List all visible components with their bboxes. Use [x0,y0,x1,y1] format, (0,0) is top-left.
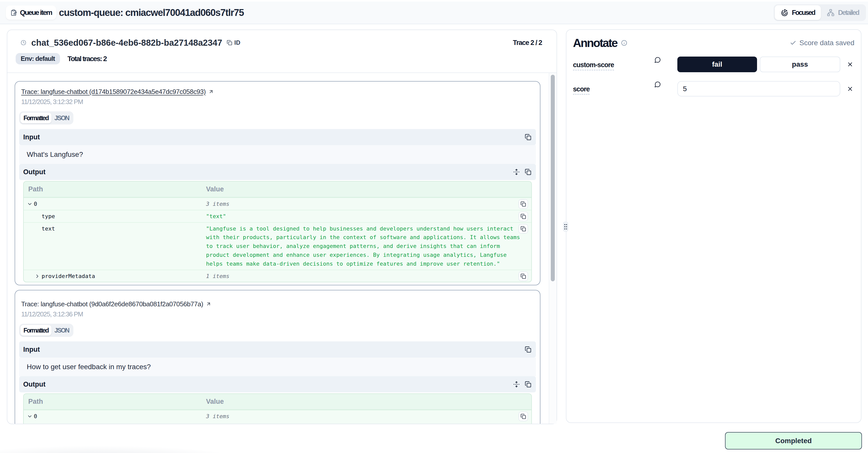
json-key: providerMetadata [41,272,95,281]
queue-item-badge: Queue item [6,5,56,20]
info-icon[interactable] [621,40,627,46]
page-title: custom-queue: cmiacwel70041ad060s7tlr75 [59,7,244,18]
copy-output-button-2[interactable] [525,381,531,388]
trace-timestamp-1: 11/12/2025, 3:12:32 PM [21,97,536,107]
copy-icon [521,214,526,219]
json-value: 3 items [206,198,524,210]
json-row-type[interactable]: type "text" [24,210,531,222]
clipboard-pen-icon [10,9,17,16]
id-label: ID [234,39,240,46]
format-tabs-2: Formatted JSON [19,324,73,337]
goal-icon [781,9,788,17]
score-save-status-label: Score data saved [799,39,855,47]
view-toggle-detailed[interactable]: Detailed [821,5,865,20]
delete-score-icon[interactable] [847,61,854,68]
score-option-fail[interactable]: fail [677,57,757,72]
json-value: 3 items [206,410,524,424]
trace-panel-header: chat_536ed067-b86e-4eb6-882b-ba27148a234… [7,30,557,73]
clock-icon [21,40,26,46]
copy-row-button[interactable] [519,412,528,421]
env-badge: Env: default [16,53,60,64]
scrollbar[interactable] [549,73,557,424]
format-tabs-1: Formatted JSON [19,111,73,124]
copy-row-button[interactable] [519,272,528,281]
total-traces: Total traces: 2 [68,55,107,63]
view-toggle-focused[interactable]: Focused [775,5,821,20]
output-header-1: Output [19,164,536,180]
expand-output-button-2[interactable] [513,381,520,388]
copy-row-button[interactable] [519,211,528,221]
copy-icon [521,414,526,419]
trace-timestamp-2: 11/12/2025, 3:12:36 PM [21,309,536,319]
copy-icon [521,274,526,279]
copy-row-button[interactable] [519,199,528,209]
tab-json-1[interactable]: JSON [52,113,72,123]
json-row-0[interactable]: 0 3 items [24,410,531,424]
check-icon [790,40,796,46]
score-option-pass[interactable]: pass [760,57,840,72]
copy-input-button-2[interactable] [525,346,531,353]
json-row-0[interactable]: 0 3 items [24,197,531,210]
chevron-down-icon[interactable] [27,201,33,207]
trace-scroll-area: Trace: langfuse-chatbot (d174b1589072e43… [7,73,557,424]
json-row-text[interactable]: text "Langfuse is a tool designed to hel… [24,222,531,270]
copy-icon [521,226,526,231]
trace-link-1-label: Trace: langfuse-chatbot (d174b1589072e43… [21,88,206,96]
external-link-icon [206,301,211,307]
item-title: chat_536ed067-b86e-4eb6-882b-ba27148a234… [31,38,222,48]
view-toggle: Focused Detailed [774,4,866,21]
panel-resize-handle[interactable] [563,222,568,231]
trace-link-2[interactable]: Trace: langfuse-chatbot (9d0a6f2e6de8670… [21,299,536,309]
trace-preview-1: Trace: langfuse-chatbot (d174b1589072e43… [14,81,540,285]
view-detailed-label: Detailed [838,9,859,17]
copy-icon [521,201,526,207]
delete-score-icon[interactable] [847,86,854,92]
score-row-custom-score: custom-score fail pass [573,57,855,72]
tab-formatted-1[interactable]: Formatted [21,113,52,123]
offscreen-toast-shadow [0,439,247,453]
input-value-2: How to get user feedback in my traces? [19,358,536,376]
output-json-table-2: Path Value 0 3 items [23,393,532,424]
annotate-panel: Annotate Score data saved custom-score f… [566,29,862,423]
trace-link-1[interactable]: Trace: langfuse-chatbot (d174b1589072e43… [21,87,536,97]
score-row-score: score [573,81,855,96]
copy-input-button-1[interactable] [525,134,531,140]
score-label-custom-score: custom-score [573,61,614,70]
copy-output-button-1[interactable] [525,169,531,175]
json-value: "text" [206,210,524,222]
score-save-status: Score data saved [790,39,855,47]
output-label-2: Output [23,380,45,388]
scrollbar-thumb[interactable] [551,75,555,281]
output-label-1: Output [23,168,45,176]
json-value: "Langfuse is a tool designed to help bus… [206,223,524,270]
copy-id-button[interactable]: ID [227,39,240,46]
json-key: 0 [34,200,37,208]
annotation-queue-page: Queue item custom-queue: cmiacwel70041ad… [0,0,868,453]
chevron-right-icon[interactable] [35,274,40,279]
json-key: 0 [34,412,37,421]
annotate-title: Annotate [573,36,617,50]
comment-bubble-icon[interactable] [654,81,661,88]
output-header-2: Output [19,376,536,392]
trace-counter: Trace 2 / 2 [513,39,542,47]
trace-preview-2: Trace: langfuse-chatbot (9d0a6f2e6de8670… [14,290,540,424]
output-json-table-1: Path Value 0 3 items t [23,181,532,282]
expand-output-button-1[interactable] [513,169,520,175]
copy-row-button[interactable] [519,224,528,233]
tab-formatted-2[interactable]: Formatted [21,325,52,336]
chevron-down-icon[interactable] [27,414,33,419]
json-row-providermetadata[interactable]: providerMetadata 1 items [24,270,531,282]
view-focused-label: Focused [792,9,815,17]
col-value-1: Value [206,185,224,194]
page-header: Queue item custom-queue: cmiacwel70041ad… [0,1,868,24]
comment-bubble-icon[interactable] [654,57,661,63]
queue-item-label: Queue item [20,8,52,17]
input-label-1: Input [23,133,40,141]
completed-button[interactable]: Completed [725,432,862,450]
score-value-input[interactable] [677,81,840,96]
col-value-2: Value [206,397,224,406]
input-label-2: Input [23,346,40,353]
external-link-icon [208,89,214,94]
col-path-1: Path [24,185,206,194]
tab-json-2[interactable]: JSON [52,325,72,336]
